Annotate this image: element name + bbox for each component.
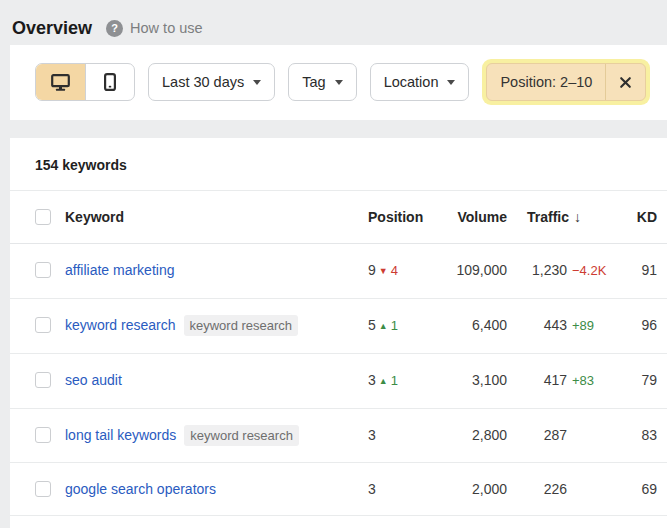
position-filter-chip[interactable]: Position: 2–10 bbox=[486, 63, 646, 101]
how-to-use-label: How to use bbox=[130, 20, 203, 36]
position-value: 9 bbox=[368, 262, 376, 278]
column-header-volume[interactable]: Volume bbox=[440, 205, 507, 229]
column-header-kd[interactable]: KD bbox=[627, 205, 657, 229]
select-all-checkbox[interactable] bbox=[35, 209, 51, 225]
row-checkbox[interactable] bbox=[35, 481, 51, 497]
position-change: 1 bbox=[391, 373, 398, 388]
volume-value: 2,000 bbox=[440, 477, 507, 501]
table-row: seo audit 3▲1 3,100 417+83 79 bbox=[10, 354, 667, 409]
keyword-tag: keyword research bbox=[184, 315, 299, 336]
keywords-table-panel: 154 keywords Keyword Position Volume Tra… bbox=[10, 138, 667, 528]
toolbar-panel: Last 30 days Tag Location Position: 2–10 bbox=[10, 45, 667, 120]
volume-value: 3,100 bbox=[440, 368, 507, 392]
kd-value: 91 bbox=[627, 258, 657, 282]
position-value: 3 bbox=[368, 477, 440, 501]
kd-value: 83 bbox=[627, 423, 657, 447]
position-value: 3 bbox=[368, 372, 376, 388]
mobile-toggle-button[interactable] bbox=[85, 64, 134, 100]
volume-value: 109,000 bbox=[440, 258, 507, 282]
page-header: Overview ? How to use bbox=[0, 0, 667, 45]
page-title: Overview bbox=[12, 18, 92, 39]
row-checkbox[interactable] bbox=[35, 262, 51, 278]
row-checkbox[interactable] bbox=[35, 317, 51, 333]
sort-desc-icon: ↓ bbox=[574, 209, 581, 225]
position-up-icon: ▲ bbox=[379, 376, 388, 386]
tag-dropdown-label: Tag bbox=[302, 74, 325, 90]
keyword-count: 154 keywords bbox=[10, 138, 667, 191]
kd-value: 79 bbox=[627, 368, 657, 392]
traffic-value: 226 bbox=[527, 477, 567, 501]
volume-value: 2,800 bbox=[440, 423, 507, 447]
question-mark-icon: ? bbox=[106, 20, 123, 37]
column-header-traffic[interactable]: Traffic↓ bbox=[527, 205, 627, 229]
table-header-row: Keyword Position Volume Traffic↓ KD bbox=[10, 191, 667, 244]
desktop-toggle-button[interactable] bbox=[36, 64, 85, 100]
traffic-value: 1,230 bbox=[527, 258, 567, 282]
kd-value: 69 bbox=[627, 477, 657, 501]
column-header-keyword[interactable]: Keyword bbox=[65, 205, 368, 229]
tag-dropdown[interactable]: Tag bbox=[288, 63, 356, 101]
chevron-down-icon bbox=[335, 80, 343, 85]
remove-position-filter-button[interactable] bbox=[606, 64, 645, 100]
traffic-value: 417 bbox=[527, 368, 567, 392]
keyword-link[interactable]: google search operators bbox=[65, 481, 216, 497]
desktop-icon bbox=[51, 74, 70, 91]
position-value: 3 bbox=[368, 423, 440, 447]
kd-value: 96 bbox=[627, 313, 657, 337]
table-row: keyword researchkeyword research 5▲1 6,4… bbox=[10, 299, 667, 354]
position-filter-highlight: Position: 2–10 bbox=[482, 59, 650, 105]
row-checkbox[interactable] bbox=[35, 372, 51, 388]
traffic-change: +83 bbox=[572, 373, 594, 388]
chevron-down-icon bbox=[253, 80, 261, 85]
keyword-link[interactable]: affiliate marketing bbox=[65, 262, 174, 278]
device-toggle bbox=[35, 63, 135, 101]
table-row: google search operators 3 2,000 226 69 bbox=[10, 463, 667, 516]
position-change: 1 bbox=[391, 318, 398, 333]
keyword-tag: keyword research bbox=[184, 425, 299, 446]
table-row: affiliate marketing 9▼4 109,000 1,230−4.… bbox=[10, 244, 667, 299]
close-icon bbox=[619, 76, 632, 89]
keyword-link[interactable]: long tail keywords bbox=[65, 427, 176, 443]
mobile-icon bbox=[104, 73, 116, 91]
volume-value: 6,400 bbox=[440, 313, 507, 337]
traffic-value: 443 bbox=[527, 313, 567, 337]
table-row: long tail keywordskeyword research 3 2,8… bbox=[10, 409, 667, 463]
position-up-icon: ▲ bbox=[379, 321, 388, 331]
position-value: 5 bbox=[368, 317, 376, 333]
position-filter-label: Position: 2–10 bbox=[487, 74, 605, 90]
position-down-icon: ▼ bbox=[379, 266, 388, 276]
keyword-link[interactable]: seo audit bbox=[65, 372, 122, 388]
traffic-change: +89 bbox=[572, 318, 594, 333]
keyword-link[interactable]: keyword research bbox=[65, 317, 176, 333]
how-to-use-link[interactable]: ? How to use bbox=[106, 20, 203, 37]
traffic-value: 287 bbox=[527, 423, 567, 447]
date-range-dropdown[interactable]: Last 30 days bbox=[148, 63, 275, 101]
row-checkbox[interactable] bbox=[35, 427, 51, 443]
chevron-down-icon bbox=[447, 80, 455, 85]
traffic-change: −4.2K bbox=[572, 263, 606, 278]
column-header-position[interactable]: Position bbox=[368, 205, 440, 229]
location-dropdown-label: Location bbox=[384, 74, 439, 90]
position-change: 4 bbox=[391, 263, 398, 278]
location-dropdown[interactable]: Location bbox=[370, 63, 470, 101]
date-range-label: Last 30 days bbox=[162, 74, 244, 90]
